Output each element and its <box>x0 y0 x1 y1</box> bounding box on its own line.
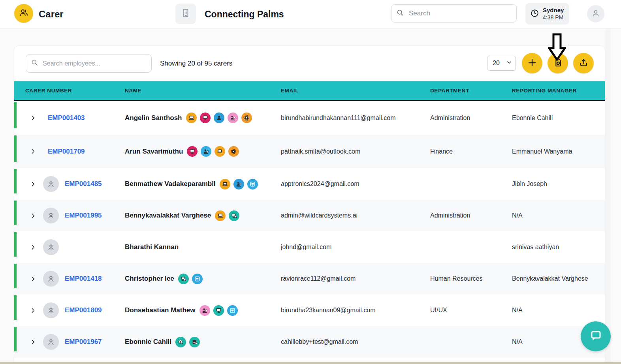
upload-button[interactable] <box>573 53 594 73</box>
email-cell: ravionrace112@gmail.com <box>281 275 430 282</box>
reporting-manager-cell: Ebonnie Cahill <box>512 114 605 122</box>
email-cell: cahillebby+test@gmail.com <box>281 338 430 345</box>
scrollbar-track[interactable] <box>605 28 611 362</box>
skill-badges <box>199 305 238 316</box>
sort-ascending-icon: ↑ <box>128 81 130 100</box>
user-icon <box>47 243 55 251</box>
window-edge <box>0 362 621 364</box>
table-row: EMP001995 Bennykavalakkat Varghese admin… <box>14 200 605 231</box>
chat-button[interactable] <box>581 321 611 351</box>
carer-name: Bennykavalakkat Varghese <box>125 212 211 220</box>
department-cell: Administration <box>430 212 512 219</box>
row-avatar <box>43 334 59 350</box>
table-row: EMP001967 Ebonnie Cahill cahillebby+test… <box>14 326 605 358</box>
chevron-right-icon <box>30 307 36 314</box>
row-status-bar <box>14 102 17 128</box>
row-avatar <box>43 271 59 287</box>
row-status-bar <box>14 232 17 257</box>
carer-number-link[interactable]: EMP001418 <box>65 275 102 283</box>
expand-row-button[interactable] <box>29 243 37 251</box>
carer-number-link[interactable]: EMP001403 <box>48 114 85 122</box>
carer-number-link[interactable]: EMP001809 <box>65 306 102 314</box>
table-row: EMP001809 Donsebastian Mathew birundha23… <box>14 295 605 326</box>
expand-row-button[interactable] <box>29 180 37 188</box>
user-icon <box>47 211 55 220</box>
user-icon <box>591 8 600 19</box>
skill-badges <box>215 210 239 221</box>
person-desk-badge-icon <box>199 305 210 316</box>
user-icon <box>47 338 55 346</box>
database-badge-icon <box>189 337 200 347</box>
laptop-badge-icon <box>215 146 225 157</box>
column-header-carer-number[interactable]: CARER NUMBER <box>25 81 72 100</box>
skill-badges <box>175 337 200 347</box>
carer-number-link[interactable]: EMP001995 <box>65 212 102 220</box>
profile-avatar[interactable] <box>587 5 604 23</box>
monitor-search-badge-icon <box>229 210 239 221</box>
row-avatar <box>43 176 59 192</box>
monitor-badge-icon <box>200 113 211 123</box>
carer-number-link[interactable]: EMP001485 <box>65 180 102 188</box>
expand-row-button[interactable] <box>29 306 37 314</box>
annotation-arrow-icon <box>548 33 566 63</box>
global-search-input[interactable] <box>408 9 512 18</box>
column-header-email[interactable]: EMAIL <box>281 81 299 100</box>
row-status-bar <box>14 264 17 288</box>
email-cell: admin@wildcardsystems.ai <box>281 212 430 219</box>
email-cell: apptronics2024@gmail.com <box>281 180 430 188</box>
chip-badge-icon <box>241 113 252 123</box>
expand-row-button[interactable] <box>29 148 37 156</box>
carer-number-link[interactable]: EMP001709 <box>48 148 85 156</box>
add-carer-button[interactable] <box>522 53 542 73</box>
row-status-bar <box>14 135 17 162</box>
carers-table-body: EMP001403 Angelin Santhosh birundhabirun… <box>14 101 605 358</box>
laptop-badge-icon <box>186 113 197 123</box>
top-bar: Carer Connecting Palms Sydney 4:38 PM <box>0 0 621 29</box>
building-icon <box>181 8 191 20</box>
row-avatar <box>43 208 59 223</box>
carer-number-link[interactable]: EMP001967 <box>65 338 102 346</box>
timezone-chip: Sydney 4:38 PM <box>525 3 569 24</box>
search-icon <box>31 59 38 68</box>
table-row: EMP001418 Christopher lee ravionrace112@… <box>14 263 605 295</box>
page-size-select[interactable]: 20 <box>487 56 516 71</box>
column-header-department[interactable]: DEPARTMENT <box>430 81 469 100</box>
carer-name: Ebonnie Cahill <box>125 338 171 346</box>
email-cell: birundhabirundhakannan111@gmail.com <box>281 114 430 122</box>
page-title: Carer <box>39 0 64 28</box>
reporting-manager-cell: Jibin Joseph <box>512 180 605 188</box>
carers-panel: Showing 20 of 95 carers 20 <box>14 45 605 362</box>
page-size-value: 20 <box>493 60 500 67</box>
chat-bubble-icon <box>589 328 603 344</box>
results-count: Showing 20 of 95 carers <box>160 54 232 73</box>
chevron-right-icon <box>30 339 36 345</box>
column-header-reporting-manager[interactable]: REPORTING MANAGER <box>512 81 577 100</box>
monitor-square-badge-icon <box>192 274 203 284</box>
monitor-badge-icon <box>187 146 198 157</box>
timezone-city: Sydney <box>543 7 564 14</box>
person-desk-badge-icon <box>201 146 211 157</box>
laptop-badge-icon <box>215 210 226 221</box>
expand-row-button[interactable] <box>29 275 37 283</box>
person-badge-icon <box>214 113 224 123</box>
chevron-right-icon <box>30 244 36 251</box>
monitor-square-badge-icon <box>247 179 258 190</box>
reporting-manager-cell: N/A <box>512 307 605 314</box>
person-desk-badge-icon <box>228 113 238 123</box>
employee-search-input[interactable] <box>42 60 147 68</box>
row-status-bar <box>14 201 17 225</box>
clock-icon <box>530 9 539 19</box>
expand-row-button[interactable] <box>29 212 37 220</box>
row-avatar <box>43 239 59 255</box>
carer-logo <box>14 4 33 23</box>
expand-row-button[interactable] <box>29 114 37 122</box>
user-icon <box>47 180 55 188</box>
monitor-badge-icon <box>213 305 224 316</box>
org-name: Connecting Palms <box>205 0 284 28</box>
reporting-manager-cell: srinivas aathiyan <box>512 244 605 251</box>
email-cell: pattnaik.smita@outlook.com <box>281 148 430 155</box>
department-cell: Human Resources <box>430 275 512 282</box>
expand-row-button[interactable] <box>29 338 37 346</box>
chevron-right-icon <box>30 212 36 219</box>
plus-icon <box>527 58 537 69</box>
